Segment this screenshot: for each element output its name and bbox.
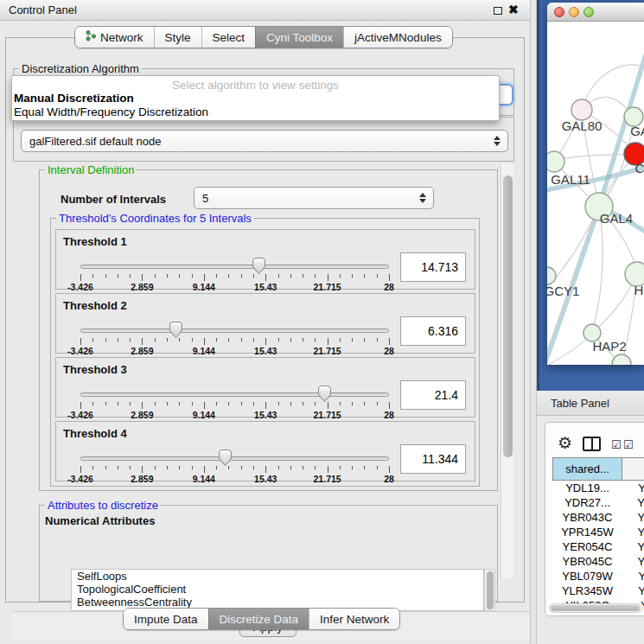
slider-tick [265, 274, 266, 281]
threshold-slider-handle[interactable] [318, 386, 331, 396]
table-cell[interactable]: YDL19... [553, 481, 622, 495]
network-node-gal11[interactable] [547, 151, 564, 172]
tab-infer-network[interactable]: Infer Network [309, 609, 399, 629]
threshold-slider-track[interactable] [80, 265, 389, 269]
node-label-c: C [635, 161, 644, 175]
slider-tick-label: 28 [384, 282, 394, 292]
attributes-scrollbar[interactable] [484, 569, 495, 611]
table-cell[interactable]: YDL1 [622, 481, 644, 495]
table-cell[interactable]: YBR043C [553, 510, 622, 525]
table-cell[interactable]: YBR0 [622, 554, 644, 569]
table-cell[interactable]: YBL079W [553, 569, 622, 583]
table-cell[interactable]: YER054C [553, 539, 622, 554]
tab-select[interactable]: Select [201, 27, 256, 48]
slider-tick [155, 466, 156, 469]
slider-tick-label: 2.859 [131, 346, 153, 356]
slider-tick [265, 402, 266, 409]
slider-tick [389, 338, 390, 345]
threshold-slider-track[interactable] [80, 328, 389, 333]
attribute-item-topologicalcoefficient[interactable]: TopologicalCoefficient [72, 583, 483, 596]
threshold-label: Threshold 2 [63, 299, 127, 312]
threshold-slider-track[interactable] [80, 456, 389, 461]
settings-scrollbar-thumb[interactable] [503, 175, 513, 457]
tab-impute-data[interactable]: Impute Data [124, 609, 208, 629]
attribute-item-selfloops[interactable]: SelfLoops [72, 570, 483, 583]
gear-icon[interactable]: ⚙ [558, 435, 572, 451]
slider-tick [92, 274, 93, 277]
threshold-slider-track[interactable] [80, 392, 389, 397]
table-cell[interactable]: YLR3 [622, 583, 644, 598]
numerical-attributes-list[interactable]: SelfLoopsTopologicalCoefficientBetweenne… [71, 569, 484, 611]
slider-tick [253, 402, 254, 405]
column-header-shared-name[interactable]: shared... [553, 458, 622, 481]
table-row[interactable]: YER054CYER0 [553, 539, 644, 554]
algorithm-option-manual-discretization[interactable]: Manual Discretization [12, 92, 499, 105]
threshold-slider-handle[interactable] [169, 322, 182, 332]
slider-tick [167, 466, 168, 469]
network-window-titlebar[interactable] [547, 3, 644, 22]
threshold-slider-handle[interactable] [252, 258, 265, 268]
panel-divider[interactable] [530, 0, 537, 644]
table-row[interactable]: YBR045CYBR0 [553, 554, 644, 569]
node-attribute-table[interactable]: shared...na YDL19...YDL1YDR27...YDR2YBR0… [552, 457, 644, 613]
table-cell[interactable]: YDR2 [622, 495, 644, 510]
attributes-scrollbar-thumb[interactable] [487, 571, 494, 609]
slider-tick-label: 21.715 [314, 410, 341, 420]
table-cell[interactable]: YPR1 [622, 525, 644, 539]
table-cell[interactable]: YDR27... [553, 495, 622, 510]
table-row[interactable]: YBL079WYBL0 [553, 569, 644, 583]
slider-tick-label: 2.859 [131, 282, 153, 292]
zoom-traffic-light-icon[interactable] [583, 7, 594, 17]
slider-tick [377, 402, 378, 405]
tab-style[interactable]: Style [154, 27, 201, 48]
table-row[interactable]: YLR345WYLR3 [553, 583, 644, 598]
slider-tick [303, 466, 303, 469]
table-cell[interactable]: YBR0 [622, 510, 644, 525]
table-row[interactable]: YPR145WYPR1 [553, 525, 644, 539]
network-node-gcy1[interactable] [547, 267, 556, 284]
table-cell[interactable]: YLR345W [553, 583, 622, 598]
table-row[interactable]: YDR27...YDR2 [553, 495, 644, 510]
select-all-checkbox-icon[interactable]: ☑ [611, 438, 622, 451]
column-layout-icon[interactable] [583, 437, 601, 451]
table-row[interactable]: YDL19...YDL1 [553, 481, 644, 495]
table-data-combo[interactable]: galFiltered.sif default node [21, 130, 508, 152]
threshold-value-field[interactable]: 6.316 [400, 316, 466, 346]
number-of-intervals-combo[interactable]: 5 [194, 187, 434, 209]
tab-label: jActiveMNodules [354, 31, 442, 44]
table-horizontal-scrollbar[interactable] [549, 603, 642, 613]
slider-tick [377, 466, 378, 469]
threshold-value-field[interactable]: 11.344 [400, 444, 466, 474]
top-tab-bar: NetworkStyleSelectCyni ToolboxjActiveMNo… [74, 26, 453, 48]
table-cell[interactable]: YBR045C [553, 554, 622, 569]
threshold-slider-handle[interactable] [219, 450, 232, 460]
attribute-item-betweennesscentrality[interactable]: BetweennessCentrality [72, 596, 483, 609]
minimize-traffic-light-icon[interactable] [569, 7, 579, 17]
select-none-checkbox-icon[interactable]: ☑ [623, 438, 634, 451]
tab-cyni-toolbox[interactable]: Cyni Toolbox [255, 27, 343, 48]
slider-tick [216, 466, 217, 469]
settings-scrollbar[interactable] [501, 163, 513, 578]
node-label-gal11: GAL11 [551, 172, 590, 187]
slider-tick [204, 338, 205, 345]
tab-jactivemnodules[interactable]: jActiveMNodules [343, 27, 452, 48]
table-row[interactable]: YBR043CYBR0 [553, 510, 644, 525]
table-hscrollbar-thumb[interactable] [551, 605, 640, 611]
table-cell[interactable]: YER0 [622, 539, 644, 554]
close-traffic-light-icon[interactable] [554, 7, 564, 17]
network-node-gal80[interactable] [571, 99, 592, 120]
threshold-value-field[interactable]: 14.713 [400, 252, 466, 282]
algorithm-option-equal-width-frequency-discretization[interactable]: Equal Width/Frequency Discretization [12, 105, 499, 119]
threshold-value-field[interactable]: 21.4 [400, 380, 466, 410]
tab-discretize-data[interactable]: Discretize Data [208, 609, 309, 629]
close-icon[interactable]: ✖ [508, 3, 519, 16]
slider-tick [278, 466, 279, 469]
tab-label: Infer Network [320, 613, 389, 626]
network-canvas[interactable]: GAL80GACGAL11GAL4GCY1HHAP2 [547, 22, 644, 365]
column-header-name[interactable]: na [622, 458, 644, 481]
table-cell[interactable]: YPR145W [553, 525, 622, 539]
tab-network[interactable]: Network [75, 27, 154, 48]
float-window-icon[interactable] [494, 7, 502, 15]
table-cell[interactable]: YBL0 [622, 569, 644, 583]
network-node[interactable] [612, 354, 631, 365]
